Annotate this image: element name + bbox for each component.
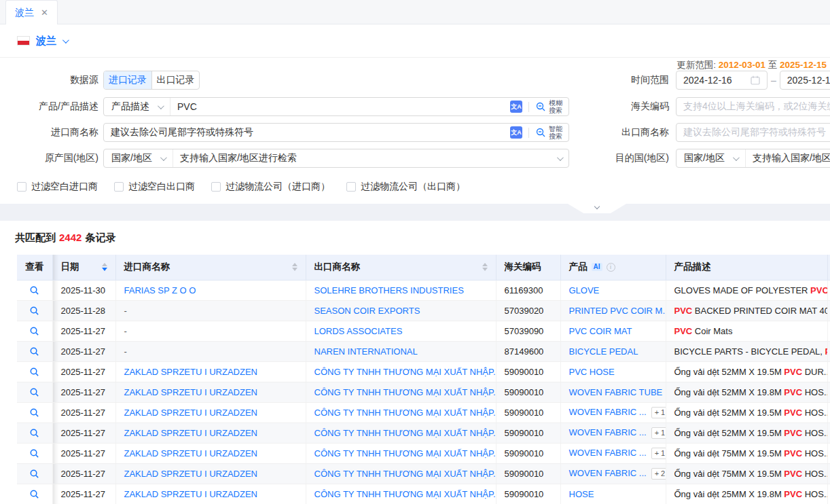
view-search-icon[interactable] — [29, 469, 39, 479]
product-link[interactable]: WOVEN FABRIC ... — [569, 448, 647, 458]
chevron-down-icon — [160, 154, 167, 161]
tab-poland[interactable]: 波兰 ✕ — [5, 0, 58, 24]
importer-cell: - — [115, 341, 306, 361]
origin-country-input[interactable]: 支持输入国家/地区进行检索 — [173, 152, 557, 164]
product-link[interactable]: WOVEN FABRIC ... — [569, 468, 647, 478]
exporter-link[interactable]: CÔNG TY TNHH THƯƠNG MẠI XUẤT NHẬP... — [314, 469, 497, 479]
importer-link[interactable]: ZAKLAD SPRZETU I URZADZEN — [124, 489, 257, 499]
smart-search-label-2: 搜索 — [549, 132, 562, 140]
dest-country-select[interactable]: 国家/地区 — [676, 149, 746, 167]
time-range-start-input[interactable]: 2024-12-16 — [676, 71, 768, 90]
sort-icons[interactable] — [292, 263, 297, 271]
product-link[interactable]: GLOVE — [569, 285, 600, 295]
view-search-icon[interactable] — [29, 346, 39, 357]
product-link[interactable]: WOVEN FABRIC ... — [569, 407, 647, 417]
importer-link[interactable]: ZAKLAD SPRZETU I URZADZEN — [124, 469, 257, 479]
dest-country-input[interactable]: 支持输入国家/地区进行检索 — [746, 152, 830, 164]
chevron-down-icon[interactable] — [62, 37, 69, 43]
exporter-link[interactable]: CÔNG TY TNHH THƯƠNG MẠI XUẤT NHẬP... — [314, 428, 497, 438]
product-link[interactable]: HOSE — [569, 489, 594, 499]
close-icon[interactable]: ✕ — [41, 8, 48, 17]
importer-link[interactable]: ZAKLAD SPRZETU I URZADZEN — [124, 448, 257, 458]
more-products-badge[interactable]: + 1 — [651, 407, 666, 418]
time-range-end-input[interactable]: 2025-12-15 — [780, 71, 830, 90]
exporter-link[interactable]: NAREN INTERNATIONAL — [314, 346, 418, 357]
col-exporter[interactable]: 出口商名称 — [306, 255, 496, 280]
hs-code-cell: 61169300 — [496, 280, 560, 300]
time-range-end-value: 2025-12-15 — [787, 75, 830, 86]
view-search-icon[interactable] — [29, 408, 39, 418]
exporter-link[interactable]: CÔNG TY TNHH THƯƠNG MẠI XUẤT NHẬP... — [314, 448, 497, 458]
checkbox-icon[interactable] — [346, 182, 356, 192]
filter-checkbox[interactable]: 过滤空白进口商 — [17, 181, 98, 193]
view-search-icon[interactable] — [29, 326, 39, 336]
exporter-link[interactable]: SEASON COIR EXPORTS — [314, 306, 420, 316]
collapse-panel-handle[interactable] — [568, 204, 626, 213]
importer-link[interactable]: ZAKLAD SPRZETU I URZADZEN — [124, 387, 257, 397]
filter-checkbox[interactable]: 过滤物流公司（进口商） — [211, 181, 330, 193]
table-row: 2025-11-27 ZAKLAD SPRZETU I URZADZEN CÔN… — [17, 463, 830, 484]
translate-icon[interactable]: 文A — [510, 101, 522, 113]
importer-link[interactable]: ZAKLAD SPRZETU I URZADZEN — [124, 367, 257, 377]
product-link[interactable]: PVC HOSE — [569, 367, 615, 377]
view-search-icon[interactable] — [29, 306, 39, 316]
checkbox-label: 过滤物流公司（出口商） — [361, 181, 465, 193]
origin-country-select[interactable]: 国家/地区 — [104, 149, 173, 167]
view-search-icon[interactable] — [29, 285, 39, 295]
importer-input[interactable]: 建议去除公司尾部字符或特殊符号 — [104, 126, 510, 139]
exporter-link[interactable]: LORDS ASSOCIATES — [314, 326, 403, 336]
smart-search-button[interactable]: 智能搜索 — [535, 125, 562, 140]
checkbox-icon[interactable] — [17, 182, 26, 192]
chevron-down-icon — [733, 154, 740, 161]
filter-checkbox[interactable]: 过滤空白出口商 — [114, 181, 195, 193]
description-cell: Ống vải dệt 52MM X 19.5M PVC HOS... — [666, 402, 827, 422]
exporter-input[interactable]: 建议去除公司尾部字符或特殊符号 — [676, 123, 830, 142]
import-records-tab[interactable]: 进口记录 — [104, 71, 151, 89]
product-search-input[interactable]: PVC — [170, 101, 510, 112]
calendar-icon — [751, 75, 760, 85]
spacer-cell — [827, 341, 830, 361]
product-type-select[interactable]: 产品描述 — [104, 98, 170, 115]
exporter-link[interactable]: CÔNG TY TNHH THƯƠNG MẠI XUẤT NHẬP... — [314, 489, 497, 499]
view-search-icon[interactable] — [29, 367, 39, 377]
checkbox-icon[interactable] — [114, 182, 124, 192]
filter-checkbox[interactable]: 过滤物流公司（出口商） — [346, 181, 465, 193]
exporter-link[interactable]: CÔNG TY TNHH THƯƠNG MẠI XUẤT NHẬP... — [314, 387, 497, 397]
importer-link[interactable]: ZAKLAD SPRZETU I URZADZEN — [124, 408, 257, 418]
sort-icons[interactable] — [482, 263, 488, 271]
col-importer[interactable]: 进口商名称 — [115, 255, 306, 280]
chevron-down-icon[interactable] — [557, 154, 564, 161]
view-search-icon[interactable] — [29, 428, 39, 438]
table-body: 2025-11-30 FARIAS SP Z O O SOLEHRE BROTH… — [17, 280, 830, 504]
exporter-cell: CÔNG TY TNHH THƯƠNG MẠI XUẤT NHẬP... — [306, 443, 496, 463]
more-products-badge[interactable]: + 1 — [651, 427, 666, 439]
view-search-icon[interactable] — [29, 448, 39, 458]
info-icon[interactable]: i — [607, 263, 615, 272]
product-link[interactable]: BICYCLE PEDAL — [569, 346, 638, 357]
fuzzy-search-button[interactable]: 模糊搜索 — [535, 99, 562, 114]
importer-link[interactable]: ZAKLAD SPRZETU I URZADZEN — [124, 428, 257, 438]
checkbox-icon[interactable] — [211, 182, 221, 192]
product-link[interactable]: PVC COIR MAT — [569, 326, 632, 336]
exporter-link[interactable]: SOLEHRE BROTHERS INDUSTRIES — [314, 285, 464, 295]
hs-code-input[interactable]: 支持4位以上海关编码，或2位海关编码加 — [676, 97, 830, 116]
poland-flag-icon — [17, 36, 30, 46]
table-row: 2025-11-27 ZAKLAD SPRZETU I URZADZEN CÔN… — [17, 361, 830, 382]
product-link[interactable]: WOVEN FABRIC TUBE — [569, 387, 663, 397]
importer-link[interactable]: FARIAS SP Z O O — [124, 285, 196, 295]
exporter-link[interactable]: CÔNG TY TNHH THƯƠNG MẠI XUẤT NHẬP... — [314, 367, 497, 377]
more-products-badge[interactable]: + 2 — [651, 468, 666, 480]
more-products-badge[interactable]: + 1 — [651, 448, 666, 459]
product-link[interactable]: WOVEN FABRIC ... — [569, 427, 647, 437]
importer-input-group: 建议去除公司尾部字符或特殊符号 文A 智能搜索 — [103, 123, 569, 142]
view-search-icon[interactable] — [29, 489, 39, 499]
table-row: 2025-11-27 ZAKLAD SPRZETU I URZADZEN CÔN… — [17, 484, 830, 504]
exporter-link[interactable]: CÔNG TY TNHH THƯƠNG MẠI XUẤT NHẬP... — [314, 408, 497, 418]
col-date[interactable]: 日期 — [52, 255, 115, 280]
product-link[interactable]: PRINTED PVC COIR M... — [569, 306, 666, 316]
view-search-icon[interactable] — [29, 387, 39, 397]
export-records-tab[interactable]: 出口记录 — [151, 71, 199, 89]
translate-icon[interactable]: 文A — [510, 126, 522, 139]
sort-icons[interactable] — [102, 263, 107, 271]
country-name[interactable]: 波兰 — [36, 35, 56, 48]
